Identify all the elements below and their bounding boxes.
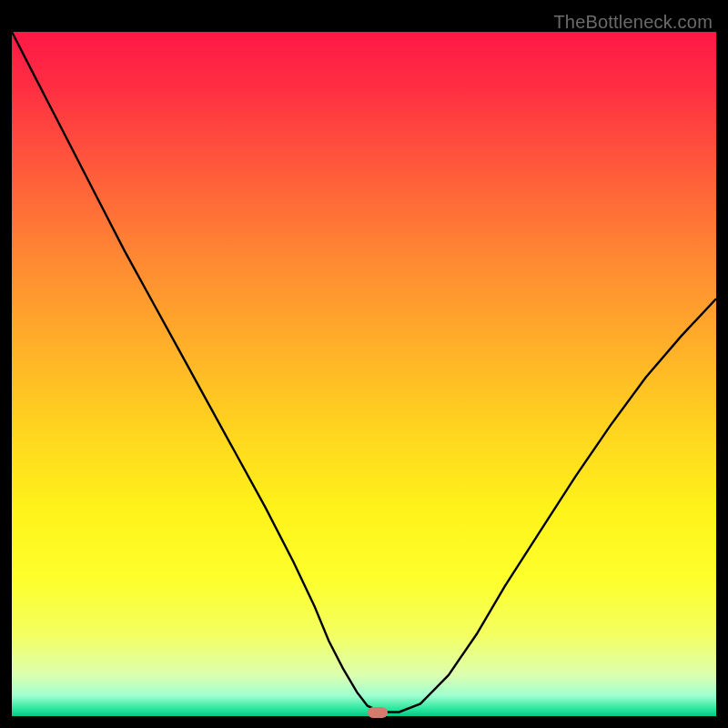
bottleneck-curve xyxy=(12,32,716,716)
curve-path xyxy=(12,32,716,712)
optimum-marker xyxy=(368,707,388,718)
plot-area xyxy=(12,32,716,716)
attribution-label: TheBottleneck.com xyxy=(553,12,713,33)
chart-frame: TheBottleneck.com xyxy=(12,12,716,716)
